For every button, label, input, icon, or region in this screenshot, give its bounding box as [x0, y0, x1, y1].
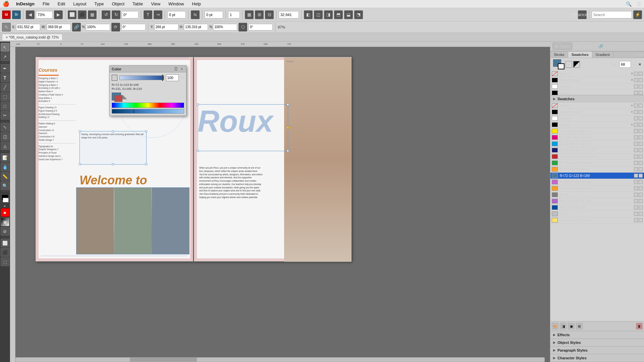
color-dialog-menu-btn[interactable]: ☰ — [173, 67, 178, 71]
measure-tool[interactable]: 📏 — [1, 172, 9, 181]
x-coord-input[interactable] — [16, 24, 40, 31]
swatches-tab[interactable]: Swatches — [568, 52, 592, 58]
panel-expand-icon2[interactable]: » — [637, 52, 639, 57]
gradient-feather-tool[interactable]: ◬ — [1, 141, 9, 150]
swatch-none[interactable]: [None] ✕ — [550, 71, 644, 77]
pt-input2[interactable] — [205, 11, 223, 18]
swatch-item[interactable]: R=198 G=102 B=201 — [550, 179, 644, 185]
apply-gradient[interactable]: ▣ — [1, 218, 9, 226]
shear-icon[interactable]: ⬡ — [238, 23, 247, 32]
swatch-delete-btn[interactable]: 🗑 — [636, 323, 643, 329]
swatch-item[interactable]: R=0 G=76 B=159 — [550, 204, 644, 211]
align-bottom[interactable]: ⬔ — [354, 10, 363, 19]
menu-object[interactable]: Object — [111, 1, 126, 7]
apply-none[interactable]: ⊘ — [1, 227, 9, 236]
rotate-icon[interactable]: ⟳ — [111, 23, 120, 32]
apple-menu[interactable]: 🍎 — [3, 1, 9, 7]
apply-color[interactable]: ■ — [1, 208, 9, 217]
select-tool[interactable]: ↖ — [2, 23, 11, 32]
panel-expand-icon[interactable]: » — [636, 44, 638, 49]
swatch-item[interactable]: K=25 — [550, 211, 644, 217]
gradient-tool[interactable]: ◫ — [1, 132, 9, 141]
w-coord-input[interactable] — [47, 24, 71, 31]
swatch-none-x[interactable]: ✕ — [631, 72, 633, 76]
text-tool-icon[interactable]: T — [144, 10, 152, 19]
menu-table[interactable]: Table — [131, 1, 144, 7]
stroke-tab[interactable]: Stroke — [550, 52, 568, 58]
character-styles-header[interactable]: ▶ Character Styles — [550, 354, 644, 362]
scissors-tool[interactable]: ✂ — [1, 111, 9, 120]
preview-mode[interactable]: ⬛ — [1, 248, 9, 257]
color-dialog-close-btn[interactable]: × — [179, 67, 184, 71]
tint-input[interactable] — [620, 61, 631, 68]
shear-field[interactable] — [249, 24, 273, 31]
selection-tool[interactable]: ↖ — [1, 43, 9, 52]
note-tool[interactable]: 📝 — [1, 153, 9, 162]
color-mode-solid[interactable]: ■ — [566, 61, 572, 68]
align-left[interactable]: ◧ — [304, 10, 313, 19]
swatch-item[interactable]: K=51 — [550, 192, 644, 198]
align-right[interactable]: ◨ — [324, 10, 333, 19]
swatches-section-header[interactable]: ▶ Swatches — [550, 95, 644, 103]
menu-view[interactable]: View — [150, 1, 162, 7]
document-tab[interactable]: × *08_roux_catalog.indd @ 72% — [2, 34, 62, 40]
scale-h-input[interactable] — [213, 24, 237, 31]
swatch-new-color-btn[interactable]: 🎨 — [552, 323, 558, 329]
bleed-mode[interactable]: ⬚ — [1, 257, 9, 266]
pages-panel-tab[interactable]: ⊞ Pages — [552, 43, 572, 50]
swatch-item[interactable]: [Black] ✕ — [550, 122, 644, 128]
frame-tool[interactable]: ⬜ — [68, 10, 76, 19]
color-dialog-T-icon[interactable]: T — [112, 75, 117, 81]
num-input[interactable] — [228, 11, 240, 18]
frame-tool3[interactable]: ▦ — [88, 10, 97, 19]
h-coord-input[interactable] — [184, 24, 208, 31]
panel-menu-icon[interactable]: ≡ — [640, 44, 642, 49]
swatch-item-top[interactable]: [Paper] — [550, 83, 644, 90]
swatch-new-mixed-btn[interactable]: ⊞ — [576, 323, 583, 329]
menu-layout[interactable]: Layout — [72, 1, 88, 7]
effects-header[interactable]: ▶ Effects — [550, 331, 644, 339]
line-tool[interactable]: ╱ — [1, 83, 9, 92]
document-tab-close[interactable]: × — [6, 35, 8, 39]
constrain-proportions[interactable]: 🔗 — [72, 23, 81, 32]
links-panel-tab[interactable]: 🔗 Links — [596, 43, 615, 50]
fill-stroke-indicator[interactable]: T — [553, 59, 565, 69]
align-top[interactable]: ⬒ — [334, 10, 343, 19]
swatch-registration[interactable]: [Registration] ✕ — [550, 77, 644, 83]
effects-btn[interactable]: fx — [191, 10, 200, 19]
search-box[interactable] — [592, 11, 632, 18]
swatch-new-gradient-btn[interactable]: ▣ — [568, 323, 575, 329]
color-dialog-header[interactable]: Color ☰ × — [110, 66, 186, 72]
horizontal-scrollbar[interactable] — [15, 357, 545, 362]
zoom-input[interactable] — [36, 11, 53, 18]
paragraph-styles-header[interactable]: ▶ Paragraph Styles — [550, 347, 644, 354]
swatch-item[interactable]: C=100 M=90 Y=10 K=0 — [550, 147, 644, 154]
swatch-item[interactable]: C=0 M=0 Y=100 K=0 — [550, 128, 644, 134]
free-transform-tool[interactable]: ⤡ — [1, 123, 9, 131]
swatch-item[interactable]: C=15 M=100 Y=100 K=0 — [550, 154, 644, 160]
frame-tool2[interactable]: ⬛ — [78, 10, 87, 19]
swatch-item[interactable]: R=255 G=160 B=42 — [550, 166, 644, 173]
menu-indesign[interactable]: InDesign — [15, 1, 36, 7]
direct-select-tool[interactable]: ↗ — [1, 52, 9, 61]
swatch-item[interactable]: R=255 G=160 B=31 1 — [550, 185, 644, 192]
color-spectrum[interactable] — [112, 103, 184, 108]
swatch-item[interactable]: R=177 G=105 B=201 — [550, 198, 644, 204]
color-slider-value[interactable] — [166, 74, 179, 81]
selected-text-frame[interactable]: history, developing courses and nurturin… — [79, 131, 147, 165]
swatch-reg-x[interactable]: ✕ — [631, 78, 633, 82]
rect-tool[interactable]: □ — [1, 102, 9, 110]
zoom-out-btn[interactable]: ◀ — [26, 10, 35, 19]
menu-edit[interactable]: Edit — [56, 1, 66, 7]
swatch-item[interactable]: [Paper] — [550, 115, 644, 122]
swatch-item[interactable]: R=72 G=123 B=189 — [550, 173, 644, 179]
swatch-item[interactable]: [None] ✕ — [550, 103, 644, 109]
rotate-ccw[interactable]: ↺ — [102, 10, 110, 19]
swatch-item[interactable]: C=0 M=100 Y=0 K=0 — [550, 134, 644, 141]
workspace-selector[interactable]: Advanced ▼ — [578, 10, 587, 19]
power-btn[interactable]: ⚡ — [633, 10, 642, 19]
swatch-item[interactable]: C=100 M=0 Y=0 K=0 — [550, 141, 644, 147]
rect-frame-tool[interactable]: ⬚ — [1, 92, 9, 101]
grid-btn[interactable]: ▦ — [245, 10, 254, 19]
type-tool[interactable]: T — [1, 73, 9, 82]
